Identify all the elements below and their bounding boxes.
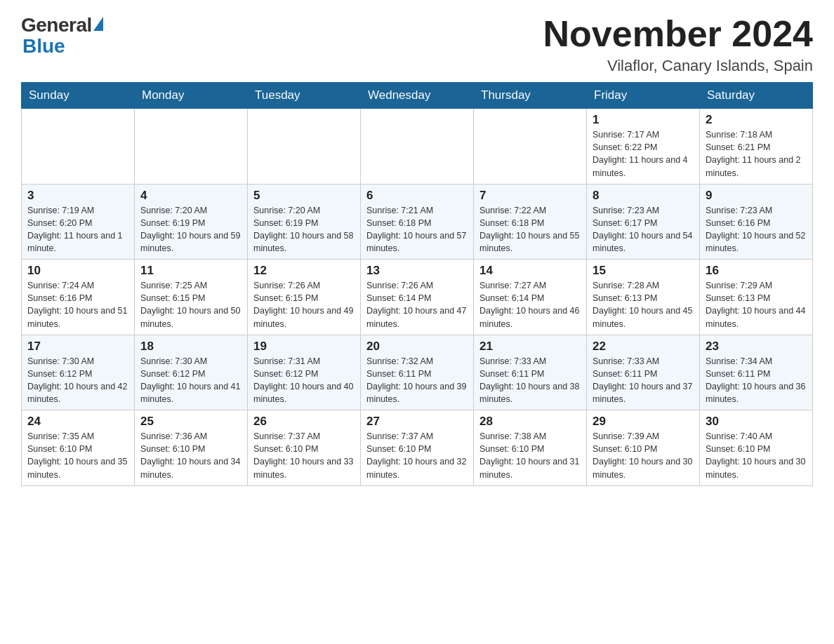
calendar-cell-week1-day3 — [361, 109, 474, 185]
day-info: Sunrise: 7:25 AMSunset: 6:15 PMDaylight:… — [140, 279, 241, 330]
day-number: 30 — [706, 415, 807, 429]
logo-triangle-icon — [93, 17, 103, 31]
page-header: General Blue November 2024 Vilaflor, Can… — [21, 14, 813, 75]
calendar-cell-week2-day5: 8Sunrise: 7:23 AMSunset: 6:17 PMDaylight… — [587, 184, 700, 260]
day-info: Sunrise: 7:20 AMSunset: 6:19 PMDaylight:… — [253, 204, 355, 255]
calendar-cell-week3-day2: 12Sunrise: 7:26 AMSunset: 6:15 PMDayligh… — [248, 260, 361, 335]
calendar-cell-week4-day6: 23Sunrise: 7:34 AMSunset: 6:11 PMDayligh… — [700, 335, 813, 410]
day-info: Sunrise: 7:28 AMSunset: 6:13 PMDaylight:… — [593, 279, 694, 330]
day-info: Sunrise: 7:35 AMSunset: 6:10 PMDaylight:… — [27, 430, 128, 481]
calendar-cell-week4-day4: 21Sunrise: 7:33 AMSunset: 6:11 PMDayligh… — [474, 335, 587, 410]
calendar-title: November 2024 — [543, 14, 813, 54]
calendar-cell-week3-day1: 11Sunrise: 7:25 AMSunset: 6:15 PMDayligh… — [135, 260, 248, 335]
calendar-cell-week5-day2: 26Sunrise: 7:37 AMSunset: 6:10 PMDayligh… — [248, 410, 361, 486]
day-info: Sunrise: 7:17 AMSunset: 6:22 PMDaylight:… — [593, 128, 694, 180]
day-info: Sunrise: 7:22 AMSunset: 6:18 PMDaylight:… — [479, 204, 581, 255]
day-number: 2 — [706, 113, 807, 127]
day-info: Sunrise: 7:26 AMSunset: 6:15 PMDaylight:… — [253, 279, 355, 330]
calendar-cell-week5-day5: 29Sunrise: 7:39 AMSunset: 6:10 PMDayligh… — [587, 410, 700, 486]
calendar-cell-week4-day1: 18Sunrise: 7:30 AMSunset: 6:12 PMDayligh… — [135, 335, 248, 410]
day-number: 28 — [479, 415, 581, 429]
logo: General Blue — [21, 14, 103, 58]
calendar-cell-week2-day1: 4Sunrise: 7:20 AMSunset: 6:19 PMDaylight… — [135, 184, 248, 260]
day-number: 3 — [27, 189, 128, 203]
week-row-1: 1Sunrise: 7:17 AMSunset: 6:22 PMDaylight… — [22, 109, 813, 185]
day-number: 16 — [706, 264, 807, 278]
calendar-cell-week5-day0: 24Sunrise: 7:35 AMSunset: 6:10 PMDayligh… — [22, 410, 135, 486]
day-number: 27 — [366, 415, 468, 429]
calendar-cell-week2-day4: 7Sunrise: 7:22 AMSunset: 6:18 PMDaylight… — [474, 184, 587, 260]
week-row-2: 3Sunrise: 7:19 AMSunset: 6:20 PMDaylight… — [22, 184, 813, 260]
day-info: Sunrise: 7:19 AMSunset: 6:20 PMDaylight:… — [27, 204, 128, 255]
day-number: 18 — [140, 340, 241, 354]
weekday-header-tuesday: Tuesday — [248, 83, 361, 109]
day-number: 9 — [706, 189, 807, 203]
day-number: 29 — [593, 415, 694, 429]
day-info: Sunrise: 7:38 AMSunset: 6:10 PMDaylight:… — [479, 430, 581, 481]
calendar-cell-week5-day3: 27Sunrise: 7:37 AMSunset: 6:10 PMDayligh… — [361, 410, 474, 486]
calendar-cell-week1-day4 — [474, 109, 587, 185]
day-number: 10 — [27, 264, 128, 278]
day-number: 15 — [593, 264, 694, 278]
calendar-cell-week4-day3: 20Sunrise: 7:32 AMSunset: 6:11 PMDayligh… — [361, 335, 474, 410]
day-number: 11 — [140, 264, 241, 278]
day-info: Sunrise: 7:26 AMSunset: 6:14 PMDaylight:… — [366, 279, 468, 330]
weekday-header-row: SundayMondayTuesdayWednesdayThursdayFrid… — [22, 83, 813, 109]
day-number: 23 — [706, 340, 807, 354]
calendar-cell-week3-day3: 13Sunrise: 7:26 AMSunset: 6:14 PMDayligh… — [361, 260, 474, 335]
day-info: Sunrise: 7:33 AMSunset: 6:11 PMDaylight:… — [479, 355, 581, 406]
week-row-5: 24Sunrise: 7:35 AMSunset: 6:10 PMDayligh… — [22, 410, 813, 486]
calendar-cell-week2-day3: 6Sunrise: 7:21 AMSunset: 6:18 PMDaylight… — [361, 184, 474, 260]
calendar-cell-week3-day4: 14Sunrise: 7:27 AMSunset: 6:14 PMDayligh… — [474, 260, 587, 335]
calendar-cell-week2-day2: 5Sunrise: 7:20 AMSunset: 6:19 PMDaylight… — [248, 184, 361, 260]
calendar-cell-week5-day6: 30Sunrise: 7:40 AMSunset: 6:10 PMDayligh… — [700, 410, 813, 486]
day-number: 20 — [366, 340, 468, 354]
calendar-subtitle: Vilaflor, Canary Islands, Spain — [543, 57, 813, 75]
weekday-header-saturday: Saturday — [700, 83, 813, 109]
title-block: November 2024 Vilaflor, Canary Islands, … — [543, 14, 813, 75]
day-info: Sunrise: 7:29 AMSunset: 6:13 PMDaylight:… — [706, 279, 807, 330]
day-number: 21 — [479, 340, 581, 354]
day-info: Sunrise: 7:37 AMSunset: 6:10 PMDaylight:… — [366, 430, 468, 481]
calendar-cell-week4-day2: 19Sunrise: 7:31 AMSunset: 6:12 PMDayligh… — [248, 335, 361, 410]
calendar-cell-week3-day0: 10Sunrise: 7:24 AMSunset: 6:16 PMDayligh… — [22, 260, 135, 335]
calendar-cell-week3-day6: 16Sunrise: 7:29 AMSunset: 6:13 PMDayligh… — [700, 260, 813, 335]
calendar-cell-week2-day6: 9Sunrise: 7:23 AMSunset: 6:16 PMDaylight… — [700, 184, 813, 260]
calendar-table: SundayMondayTuesdayWednesdayThursdayFrid… — [21, 82, 813, 486]
day-number: 4 — [140, 189, 241, 203]
day-number: 8 — [593, 189, 694, 203]
day-number: 1 — [593, 113, 694, 127]
day-number: 5 — [253, 189, 355, 203]
day-info: Sunrise: 7:30 AMSunset: 6:12 PMDaylight:… — [27, 355, 128, 406]
day-number: 14 — [479, 264, 581, 278]
weekday-header-sunday: Sunday — [22, 83, 135, 109]
week-row-4: 17Sunrise: 7:30 AMSunset: 6:12 PMDayligh… — [22, 335, 813, 410]
day-info: Sunrise: 7:24 AMSunset: 6:16 PMDaylight:… — [27, 279, 128, 330]
day-number: 24 — [27, 415, 128, 429]
calendar-cell-week2-day0: 3Sunrise: 7:19 AMSunset: 6:20 PMDaylight… — [22, 184, 135, 260]
day-info: Sunrise: 7:20 AMSunset: 6:19 PMDaylight:… — [140, 204, 241, 255]
day-info: Sunrise: 7:30 AMSunset: 6:12 PMDaylight:… — [140, 355, 241, 406]
week-row-3: 10Sunrise: 7:24 AMSunset: 6:16 PMDayligh… — [22, 260, 813, 335]
day-number: 22 — [593, 340, 694, 354]
calendar-cell-week5-day1: 25Sunrise: 7:36 AMSunset: 6:10 PMDayligh… — [135, 410, 248, 486]
day-info: Sunrise: 7:32 AMSunset: 6:11 PMDaylight:… — [366, 355, 468, 406]
calendar-cell-week5-day4: 28Sunrise: 7:38 AMSunset: 6:10 PMDayligh… — [474, 410, 587, 486]
day-info: Sunrise: 7:21 AMSunset: 6:18 PMDaylight:… — [366, 204, 468, 255]
logo-general-text: General — [21, 14, 92, 36]
day-info: Sunrise: 7:39 AMSunset: 6:10 PMDaylight:… — [593, 430, 694, 481]
calendar-cell-week1-day0 — [22, 109, 135, 185]
calendar-cell-week1-day6: 2Sunrise: 7:18 AMSunset: 6:21 PMDaylight… — [700, 109, 813, 185]
day-number: 19 — [253, 340, 355, 354]
day-info: Sunrise: 7:18 AMSunset: 6:21 PMDaylight:… — [706, 128, 807, 180]
day-number: 26 — [253, 415, 355, 429]
day-info: Sunrise: 7:23 AMSunset: 6:17 PMDaylight:… — [593, 204, 694, 255]
day-number: 25 — [140, 415, 241, 429]
day-number: 12 — [253, 264, 355, 278]
day-info: Sunrise: 7:36 AMSunset: 6:10 PMDaylight:… — [140, 430, 241, 481]
weekday-header-wednesday: Wednesday — [361, 83, 474, 109]
calendar-cell-week3-day5: 15Sunrise: 7:28 AMSunset: 6:13 PMDayligh… — [587, 260, 700, 335]
day-info: Sunrise: 7:37 AMSunset: 6:10 PMDaylight:… — [253, 430, 355, 481]
day-info: Sunrise: 7:40 AMSunset: 6:10 PMDaylight:… — [706, 430, 807, 481]
calendar-cell-week1-day2 — [248, 109, 361, 185]
